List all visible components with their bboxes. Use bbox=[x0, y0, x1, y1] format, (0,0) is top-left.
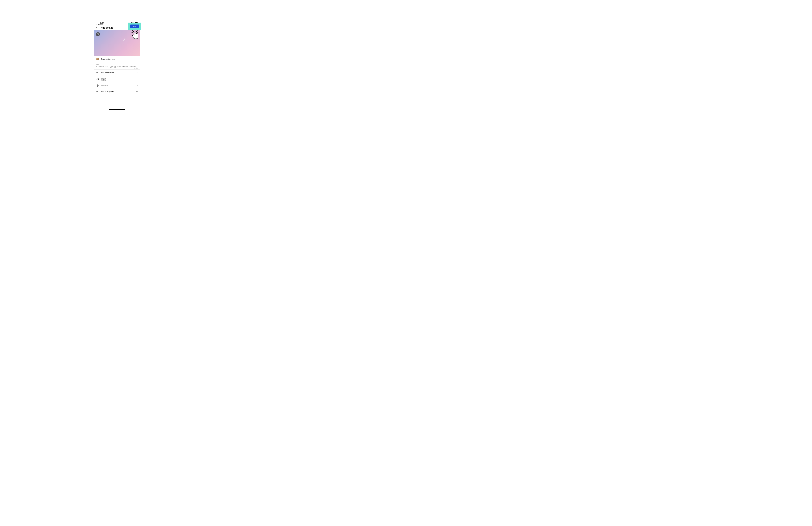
visibility-row[interactable]: Visibility Public bbox=[94, 76, 140, 83]
next-button-highlight: NEXT bbox=[128, 23, 141, 30]
playlist-add-icon bbox=[96, 90, 99, 93]
location-pin-icon bbox=[96, 84, 99, 87]
location-row[interactable]: Location bbox=[94, 83, 140, 89]
image-sparkle-icon bbox=[97, 33, 99, 35]
description-icon bbox=[96, 71, 99, 74]
tap-gesture-indicator bbox=[130, 29, 140, 41]
visibility-value: Public bbox=[101, 79, 134, 81]
location-label: Location bbox=[101, 85, 134, 87]
visibility-sublabel: Visibility bbox=[101, 77, 134, 79]
channel-row[interactable]: Jessica Coleman bbox=[94, 56, 140, 62]
title-input-section[interactable]: Title Create a title (type @ to mention … bbox=[94, 62, 140, 70]
sparkle-decoration bbox=[122, 38, 125, 41]
add-to-playlists-row[interactable]: Add to playlists bbox=[94, 89, 140, 95]
channel-avatar bbox=[96, 58, 99, 60]
title-char-counter: 0/100 bbox=[134, 68, 137, 69]
plus-icon bbox=[136, 90, 138, 93]
title-input[interactable]: Create a title (type @ to mention a chan… bbox=[96, 65, 138, 68]
description-label: Add description bbox=[101, 72, 134, 74]
arrow-left-icon bbox=[96, 27, 99, 29]
chevron-right-icon bbox=[136, 71, 138, 74]
svg-point-20 bbox=[97, 85, 98, 86]
title-field-label: Title bbox=[96, 63, 138, 65]
svg-line-9 bbox=[136, 30, 137, 31]
add-description-row[interactable]: Add description bbox=[94, 70, 140, 76]
chevron-right-icon bbox=[136, 84, 138, 87]
svg-line-8 bbox=[132, 30, 133, 31]
status-time: 1:37 bbox=[100, 22, 104, 24]
back-button[interactable] bbox=[96, 27, 99, 29]
playlists-label: Add to playlists bbox=[101, 91, 133, 93]
loading-indicator bbox=[115, 44, 119, 44]
next-button[interactable]: NEXT bbox=[130, 25, 139, 28]
svg-point-13 bbox=[124, 40, 124, 41]
edit-thumbnail-button[interactable] bbox=[96, 32, 100, 36]
home-indicator[interactable] bbox=[109, 109, 125, 110]
chevron-right-icon bbox=[136, 77, 138, 81]
channel-name: Jessica Coleman bbox=[101, 58, 115, 60]
globe-icon bbox=[96, 78, 99, 81]
